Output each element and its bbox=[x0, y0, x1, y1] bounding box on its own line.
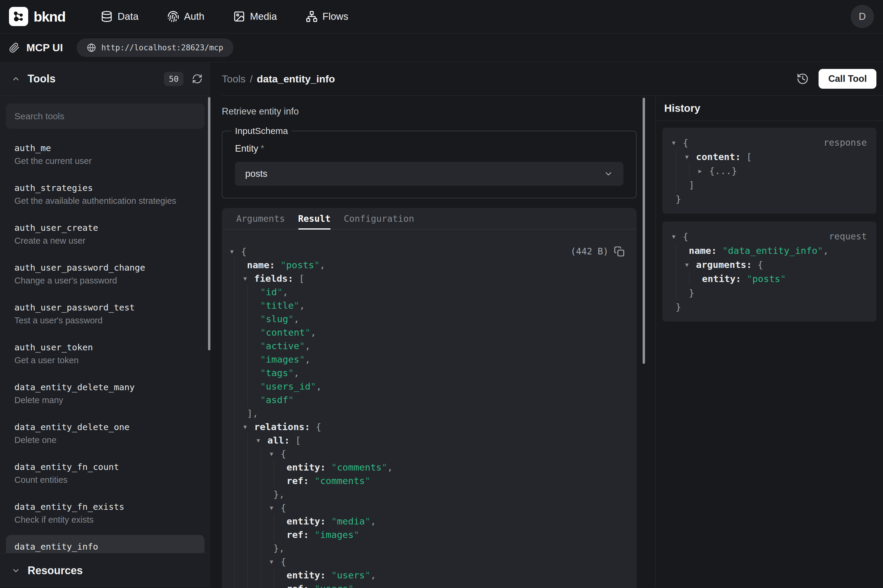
json-punct: { bbox=[316, 422, 321, 432]
json-punct: } bbox=[689, 287, 694, 298]
call-tool-button[interactable]: Call Tool bbox=[819, 69, 876, 89]
sidebar-tool-item[interactable]: auth_me Get the current user bbox=[6, 136, 204, 172]
main-scrollbar[interactable] bbox=[643, 98, 645, 364]
tab-result[interactable]: Result bbox=[292, 208, 337, 229]
json-row: ▼arguments:{ bbox=[672, 257, 867, 272]
indent-guide bbox=[672, 164, 699, 178]
json-punct: { bbox=[280, 502, 286, 513]
sidebar-tool-item[interactable]: auth_user_password_change Change a user'… bbox=[6, 256, 204, 292]
tool-description: Create a new user bbox=[14, 236, 196, 246]
sidebar-tool-item[interactable]: data_entity_fn_count Count entities bbox=[6, 455, 204, 492]
sidebar-tool-item[interactable]: auth_user_password_test Test a user's pa… bbox=[6, 296, 204, 332]
tool-description: Retrieve entity info bbox=[222, 106, 637, 117]
indent-guide bbox=[672, 286, 685, 300]
json-row: "tags", bbox=[230, 366, 625, 380]
json-punct: } bbox=[676, 194, 681, 204]
json-punct: , bbox=[316, 381, 322, 392]
tab-arguments[interactable]: Arguments bbox=[229, 208, 292, 229]
json-string: "users" bbox=[315, 583, 354, 588]
json-string: "title" bbox=[260, 300, 300, 311]
json-key: entity: bbox=[702, 273, 741, 284]
app-root: bknd Data Auth Media Flows D MCP UI bbox=[0, 0, 883, 588]
history-entry-type-badge: response bbox=[824, 137, 867, 148]
nav-label: Auth bbox=[184, 11, 204, 22]
mcp-url-pill[interactable]: http://localhost:28623/mcp bbox=[77, 38, 234, 57]
expander-toggle-icon[interactable]: ▶ bbox=[699, 168, 709, 174]
expander-toggle-icon[interactable]: ▼ bbox=[270, 450, 280, 457]
tool-name: data_entity_delete_one bbox=[14, 422, 196, 432]
json-punct: , bbox=[305, 354, 310, 365]
expander-toggle-icon[interactable]: ▼ bbox=[243, 275, 254, 282]
json-key: entity: bbox=[286, 462, 326, 472]
sidebar-tool-item[interactable]: data_entity_info Retrieve entity info bbox=[6, 535, 204, 553]
nav-item-data[interactable]: Data bbox=[101, 10, 138, 22]
json-string: "id" bbox=[260, 286, 283, 297]
tools-count-badge: 50 bbox=[164, 72, 183, 86]
expander-toggle-icon[interactable]: ▼ bbox=[672, 140, 683, 146]
nav-item-media[interactable]: Media bbox=[233, 10, 277, 22]
entity-select[interactable]: posts bbox=[235, 162, 624, 186]
expander-toggle-icon[interactable]: ▼ bbox=[243, 423, 254, 430]
tool-name: data_entity_delete_many bbox=[14, 382, 196, 392]
sidebar-tool-item[interactable]: auth_user_create Create a new user bbox=[6, 216, 204, 252]
refresh-icon[interactable] bbox=[192, 74, 202, 84]
json-row: "title", bbox=[230, 298, 625, 312]
json-row: ] bbox=[672, 178, 867, 192]
expander-toggle-icon[interactable]: ▼ bbox=[672, 233, 683, 240]
tool-description: Get a user token bbox=[14, 356, 196, 365]
expander-toggle-icon[interactable]: ▼ bbox=[256, 437, 267, 444]
chevron-up-icon[interactable] bbox=[11, 74, 20, 83]
indent-guide bbox=[230, 406, 243, 420]
indent-guide bbox=[230, 272, 243, 285]
tab-configuration[interactable]: Configuration bbox=[337, 208, 421, 229]
json-key: relations: bbox=[254, 422, 310, 432]
json-string: "active" bbox=[260, 340, 305, 351]
entity-field-label: Entity* bbox=[235, 143, 624, 154]
json-key: name: bbox=[247, 260, 275, 270]
sidebar-tool-item[interactable]: data_entity_delete_many Delete many bbox=[6, 375, 204, 412]
avatar[interactable]: D bbox=[851, 5, 874, 28]
mcp-url: http://localhost:28623/mcp bbox=[101, 43, 223, 52]
sidebar-tool-item[interactable]: data_entity_fn_exists Check if entity ex… bbox=[6, 495, 204, 531]
nav-item-auth[interactable]: Auth bbox=[167, 10, 204, 22]
json-row: ▼{response bbox=[672, 135, 867, 150]
expander-toggle-icon[interactable]: ▼ bbox=[270, 504, 280, 511]
tool-description: Get the current user bbox=[14, 156, 196, 166]
history-icon[interactable] bbox=[796, 72, 809, 85]
json-string: "users_id" bbox=[260, 381, 316, 392]
expander-toggle-icon[interactable]: ▼ bbox=[230, 248, 241, 255]
history-entry-card[interactable]: ▼{requestname:"data_entity_info",▼argume… bbox=[663, 222, 876, 322]
history-entry-card[interactable]: ▼{response▼content:[▶{...}]} bbox=[663, 128, 876, 214]
sidebar-tool-item[interactable]: auth_strategies Get the available authen… bbox=[6, 176, 204, 213]
tool-description: Test a user's password bbox=[14, 316, 196, 326]
json-punct: , bbox=[283, 286, 288, 297]
indent-guide bbox=[230, 541, 270, 555]
expander-toggle-icon[interactable]: ▼ bbox=[270, 558, 280, 565]
expander-toggle-icon[interactable]: ▼ bbox=[685, 153, 696, 160]
tools-list-panel: auth_me Get the current user auth_strate… bbox=[0, 96, 210, 553]
sidebar-tool-item[interactable]: auth_user_token Get a user token bbox=[6, 336, 204, 372]
nav-item-flows[interactable]: Flows bbox=[306, 10, 348, 22]
chevron-down-icon bbox=[11, 566, 20, 575]
search-input[interactable] bbox=[6, 104, 204, 129]
json-string: "posts" bbox=[747, 273, 786, 284]
sidebar-tool-item[interactable]: data_entity_delete_one Delete one bbox=[6, 416, 204, 452]
sidebar-scrollbar[interactable] bbox=[208, 97, 210, 350]
json-punct: , bbox=[370, 516, 376, 526]
breadcrumb-tools-link[interactable]: Tools bbox=[222, 73, 246, 85]
json-punct: , bbox=[294, 368, 300, 378]
indent-guide bbox=[230, 326, 256, 339]
json-key: ref: bbox=[286, 529, 309, 540]
copy-icon[interactable] bbox=[614, 246, 625, 257]
indent-guide bbox=[230, 420, 243, 434]
json-punct: , bbox=[305, 340, 310, 351]
expander-toggle-icon[interactable]: ▼ bbox=[685, 261, 696, 268]
json-key: entity: bbox=[286, 516, 326, 526]
history-panel: History ▼{response▼content:[▶{...}]}▼{re… bbox=[655, 96, 883, 587]
page-title: MCP UI bbox=[26, 42, 63, 54]
tools-section-header: Tools 50 bbox=[0, 62, 210, 96]
resources-section-header[interactable]: Resources bbox=[0, 553, 210, 587]
indent-guide bbox=[230, 487, 270, 501]
json-row: ▼content:[ bbox=[672, 150, 867, 164]
brand[interactable]: bknd bbox=[9, 7, 65, 26]
